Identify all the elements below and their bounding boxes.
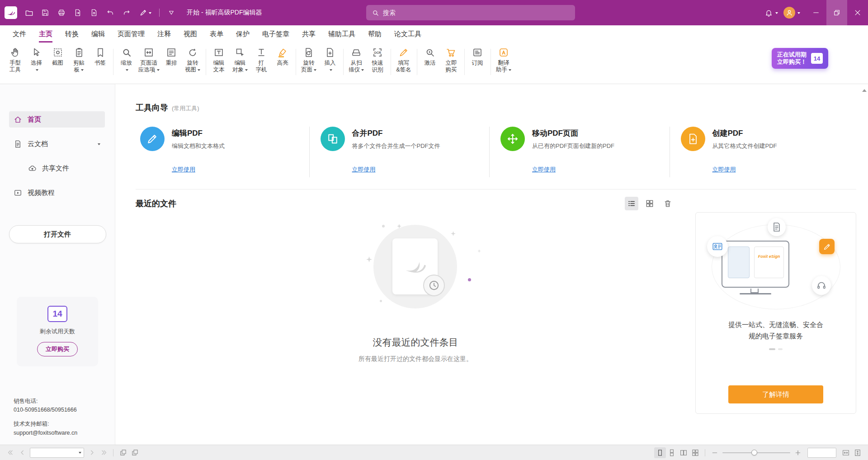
ribbon-button-rotate-pages[interactable]: 旋转页面: [298, 45, 320, 75]
account-menu-button[interactable]: [783, 7, 800, 19]
ribbon-button-edit-text[interactable]: 编辑文本: [208, 45, 230, 75]
menu-item-file[interactable]: 文件: [13, 25, 26, 43]
search-bar[interactable]: [366, 5, 575, 20]
menu-item-view[interactable]: 视图: [184, 25, 197, 43]
menu-item-comment[interactable]: 注释: [157, 25, 171, 43]
minimize-button[interactable]: [806, 0, 826, 25]
scrollbar-up-arrow-icon[interactable]: [862, 87, 867, 92]
share-document-button[interactable]: [71, 5, 85, 20]
ribbon-button-label: &签名: [396, 66, 411, 73]
ribbon-button-bookmark[interactable]: 书签: [90, 45, 111, 68]
sidebar-item-shared-files[interactable]: 共享文件: [24, 160, 105, 176]
restore-button[interactable]: [826, 0, 847, 25]
grid-view-button[interactable]: [643, 197, 656, 210]
fit-page-button[interactable]: [852, 447, 863, 458]
ribbon-button-fill-sign[interactable]: 填写&签名: [393, 45, 415, 75]
notifications-button[interactable]: [764, 9, 778, 17]
buy-now-button[interactable]: 立即购买: [37, 342, 78, 356]
zoom-slider-handle[interactable]: [751, 450, 757, 455]
sidebar-item-home[interactable]: 首页: [9, 111, 105, 128]
promo-pagination-dots[interactable]: [769, 348, 783, 350]
ribbon-button-subscribe[interactable]: 订阅: [467, 45, 488, 68]
continuous-view-button[interactable]: [666, 447, 678, 458]
search-input[interactable]: [383, 9, 570, 16]
edit-pdf-icon: [140, 127, 165, 151]
zoom-out-button[interactable]: [709, 447, 721, 458]
menu-item-share[interactable]: 共享: [302, 25, 316, 43]
next-page-button[interactable]: [86, 447, 98, 458]
fit-width-button[interactable]: [840, 447, 852, 458]
fit-height-icon: [854, 449, 862, 457]
close-button[interactable]: [847, 0, 868, 25]
ribbon-button-translate-assistant[interactable]: 翻译助手: [493, 45, 514, 75]
clipboard-tool-button[interactable]: [129, 447, 141, 458]
esign-quick-button[interactable]: [136, 5, 155, 20]
support-email-value[interactable]: support@foxitsoftware.cn: [14, 429, 77, 437]
facing-view-button[interactable]: [678, 447, 689, 458]
open-file-icon-button[interactable]: [22, 5, 36, 20]
ribbon-button-highlight[interactable]: 高亮: [272, 45, 293, 68]
ribbon-button-reflow[interactable]: 重排: [161, 45, 182, 68]
redo-button[interactable]: [119, 5, 134, 20]
zoom-in-button[interactable]: [792, 447, 804, 458]
save-button[interactable]: [38, 5, 52, 20]
ribbon-button-from-scanner[interactable]: 从扫描仪: [346, 45, 367, 75]
use-now-link[interactable]: 立即使用: [172, 166, 195, 174]
menu-item-paper-tools[interactable]: 论文工具: [394, 25, 421, 43]
use-now-link[interactable]: 立即使用: [532, 166, 556, 174]
menu-item-protect[interactable]: 保护: [236, 25, 250, 43]
ribbon-button-edit-object[interactable]: 编辑对象: [230, 45, 251, 75]
tool-card-desc: 将多个文件合并生成一个PDF文件: [352, 142, 484, 152]
customize-quick-access-button[interactable]: [164, 5, 179, 20]
list-view-button[interactable]: [625, 197, 638, 210]
tool-card-edit-pdf[interactable]: 编辑PDF 编辑文档和文本格式 立即使用: [136, 125, 316, 174]
zoom-percentage-box[interactable]: [807, 448, 836, 458]
last-page-button[interactable]: [98, 447, 109, 458]
ribbon-separator: [464, 49, 465, 75]
tool-card-merge-pdf[interactable]: 合并PDF 将多个文件合并生成一个PDF文件 立即使用: [316, 125, 496, 174]
tool-card-move-pdf-pages[interactable]: 移动PDF页面 从已有的PDF页面创建新的PDF 立即使用: [496, 125, 676, 174]
ribbon-button-activate[interactable]: 激活: [420, 45, 441, 68]
ribbon-button-insert-pages[interactable]: 插入: [320, 45, 341, 75]
pagination-dot-active[interactable]: [769, 348, 775, 350]
use-now-link[interactable]: 立即使用: [352, 166, 376, 174]
menu-item-form[interactable]: 表单: [210, 25, 223, 43]
first-page-button[interactable]: [5, 447, 16, 458]
zoom-slider[interactable]: [722, 448, 790, 457]
snapshot-tool-button[interactable]: [117, 447, 129, 458]
ribbon-button-clipboard[interactable]: 剪贴板: [68, 45, 90, 75]
use-now-link[interactable]: 立即使用: [712, 166, 736, 174]
menu-item-edit[interactable]: 编辑: [91, 25, 105, 43]
menu-item-help[interactable]: 帮助: [368, 25, 382, 43]
menu-item-esign[interactable]: 电子签章: [262, 25, 289, 43]
ribbon-button-snapshot[interactable]: 截图: [47, 45, 68, 68]
open-file-button[interactable]: 打开文件: [9, 225, 106, 243]
menu-item-accessibility[interactable]: 辅助工具: [328, 25, 355, 43]
ribbon-button-rotate-view[interactable]: 旋转视图: [182, 45, 203, 75]
page-number-input[interactable]: [33, 450, 77, 456]
learn-more-button[interactable]: 了解详情: [728, 385, 823, 403]
sidebar-item-video-tutorials[interactable]: 视频教程: [9, 185, 105, 201]
page-number-box[interactable]: [30, 448, 84, 458]
menu-item-page-organize[interactable]: 页面管理: [118, 25, 145, 43]
sidebar-item-cloud-documents[interactable]: 云文档: [9, 136, 105, 152]
pagination-dot[interactable]: [778, 348, 783, 350]
undo-button[interactable]: [103, 5, 118, 20]
tool-card-create-pdf[interactable]: 创建PDF 从其它格式文件创建PDF 立即使用: [676, 125, 857, 174]
trial-buy-now-badge[interactable]: 正在试用期立即购买！ 14: [772, 48, 828, 69]
previous-page-button[interactable]: [16, 447, 28, 458]
continuous-facing-view-button[interactable]: [689, 447, 701, 458]
clear-recent-button[interactable]: [661, 197, 675, 210]
single-page-view-button[interactable]: [654, 447, 666, 458]
ribbon-button-typewriter[interactable]: 打字机: [251, 45, 272, 75]
ribbon-button-select[interactable]: 选择: [26, 45, 47, 75]
ribbon-button-quick-ocr[interactable]: 快速识别: [367, 45, 388, 75]
menu-item-home[interactable]: 主页: [39, 25, 52, 43]
export-document-button[interactable]: [87, 5, 101, 20]
ribbon-button-zoom[interactable]: 缩放: [116, 45, 137, 75]
ribbon-button-hand-tool[interactable]: 手型工具: [5, 45, 26, 75]
print-button[interactable]: [54, 5, 69, 20]
ribbon-button-buy-now[interactable]: 立即购买: [441, 45, 462, 75]
ribbon-button-fit-page-options[interactable]: 页面适应选项: [137, 45, 161, 75]
menu-item-convert[interactable]: 转换: [65, 25, 79, 43]
